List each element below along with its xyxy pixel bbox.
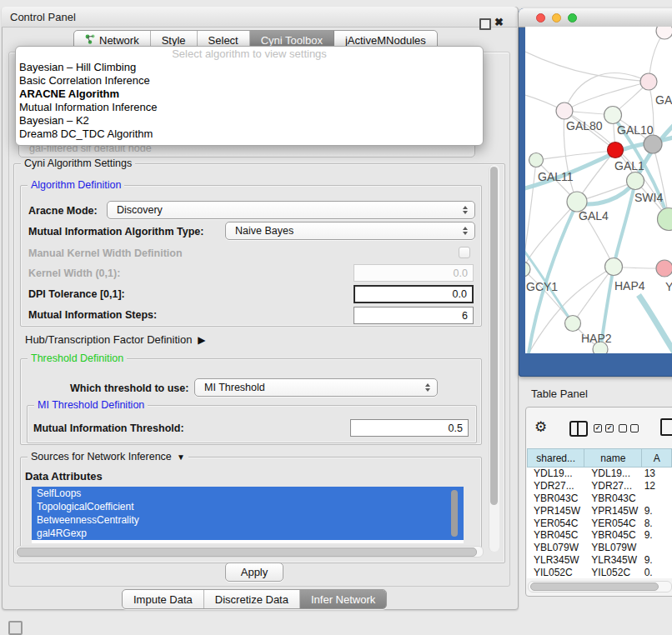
docked-panel-icon[interactable]	[8, 621, 23, 635]
attribute-list-item[interactable]: BetweennessCentrality	[32, 513, 464, 527]
algorithm-option[interactable]: Mutual Information Inference	[16, 101, 483, 114]
network-graph: GALGAL80GAL10GAL1GAL11SWI4GAL4HAP4YGCY1H…	[525, 27, 672, 353]
network-node[interactable]	[529, 153, 544, 168]
expanded-arrow-icon: ▼	[174, 452, 185, 462]
network-node[interactable]	[644, 135, 662, 153]
settings-vertical-scrollbar-thumb[interactable]	[490, 167, 498, 505]
combo-arrows-icon	[463, 206, 468, 214]
attribute-list-item[interactable]: gal4RGexp	[32, 527, 464, 540]
algorithm-option[interactable]: ARACNE Algorithm	[16, 88, 483, 101]
aracne-mode-combo[interactable]: Discovery	[107, 201, 475, 219]
table-row[interactable]: YLR345WYLR345W9.	[527, 554, 672, 567]
table-row[interactable]: YER054CYER054C8.	[527, 517, 672, 529]
sources-group-title[interactable]: Sources for Network Inference ▼	[28, 451, 188, 462]
which-threshold-value: MI Threshold	[204, 382, 265, 393]
kernel-width-field[interactable]: 0.0	[354, 264, 474, 282]
network-node[interactable]	[627, 172, 644, 190]
algorithm-option[interactable]: Basic Correlation Inference	[16, 74, 483, 88]
network-edge	[564, 82, 649, 111]
column-header[interactable]: shared...	[527, 448, 584, 468]
minimize-window-icon[interactable]	[552, 13, 561, 22]
network-node-label: HAP4	[614, 279, 645, 292]
table-row[interactable]: YIL052CYIL052C0.	[527, 566, 672, 578]
close-window-icon[interactable]	[536, 13, 545, 22]
tab-label: Network	[99, 34, 139, 47]
table-row[interactable]: YDL19...YDL19...13	[527, 468, 672, 480]
hub-section-toggle[interactable]: Hub/Transcription Factor Definition ▶	[25, 333, 206, 346]
table-horizontal-scrollbar-thumb[interactable]	[530, 582, 659, 591]
table-cell: 8.	[643, 518, 672, 529]
control-panel-titlebar: Control Panel ✖	[2, 7, 517, 28]
float-window-icon[interactable]	[479, 18, 491, 30]
table-cell: 0.	[643, 567, 672, 578]
attribute-list-item[interactable]: TopologicalCoefficient	[32, 500, 464, 513]
network-edge	[525, 52, 649, 82]
mi-threshold-field[interactable]: 0.5	[350, 419, 469, 437]
algorithm-option[interactable]: Bayesian – K2	[16, 114, 483, 128]
mi-steps-field[interactable]: 6	[354, 307, 474, 324]
tab-discretize-data[interactable]: Discretize Data	[204, 590, 300, 608]
network-node[interactable]	[658, 208, 672, 231]
network-node-label: GAL	[655, 93, 672, 107]
export-table-icon[interactable]	[660, 418, 672, 436]
mi-threshold-value: 0.5	[449, 422, 463, 434]
network-node[interactable]	[605, 258, 623, 276]
tab-infer-network[interactable]: Infer Network	[300, 590, 386, 608]
tab-impute-data[interactable]: Impute Data	[123, 590, 204, 608]
table-row[interactable]: YPR145WYPR145W9.	[527, 504, 672, 517]
tab-label: Infer Network	[311, 593, 375, 606]
data-attributes-list[interactable]: SelfLoopsTopologicalCoefficientBetweenne…	[32, 487, 464, 543]
dpi-tolerance-field[interactable]: 0.0	[354, 285, 474, 303]
column-header[interactable]: name	[584, 448, 642, 468]
tab-label: jActiveMNodules	[345, 34, 426, 47]
network-node[interactable]	[565, 316, 581, 332]
cyni-settings-group-title: Cyni Algorithm Settings	[21, 158, 135, 169]
network-node-label: Y	[665, 280, 672, 293]
settings-horizontal-scrollbar-thumb[interactable]	[17, 548, 477, 557]
table-panel-title: Table Panel	[531, 388, 588, 400]
algorithm-definition-title: Algorithm Definition	[28, 179, 124, 191]
panel-title: Control Panel	[10, 11, 76, 23]
network-node[interactable]	[656, 27, 672, 39]
mi-type-combo[interactable]: Naive Bayes	[225, 222, 475, 240]
network-node[interactable]	[525, 262, 530, 277]
table-cell: YDL19...	[584, 468, 642, 479]
deselect-all-checkbox-icon[interactable]	[630, 424, 639, 432]
attribute-list-item[interactable]: SelfLoops	[32, 487, 464, 500]
algorithm-option[interactable]: Bayesian – Hill Climbing	[16, 61, 483, 74]
network-edge	[525, 202, 577, 269]
table-row[interactable]: YBR045CYBR045C9.	[527, 529, 672, 542]
table-cell: YBR043C	[527, 492, 584, 504]
table-row[interactable]: YBL079WYBL079W	[527, 542, 672, 554]
table-cell: YDR27...	[584, 480, 642, 492]
columns-icon[interactable]	[569, 421, 588, 437]
network-node[interactable]	[656, 260, 672, 277]
mi-threshold-group-title: MI Threshold Definition	[34, 399, 148, 411]
network-node[interactable]	[640, 73, 657, 90]
select-all-checkbox-icon[interactable]: ✓	[594, 424, 602, 432]
deselect-all-checkbox-icon[interactable]	[619, 424, 627, 432]
algorithm-option[interactable]: Dream8 DC_TDC Algorithm	[16, 128, 483, 141]
network-node[interactable]	[604, 107, 622, 124]
network-node[interactable]	[556, 102, 573, 119]
zoom-window-icon[interactable]	[568, 13, 577, 22]
manual-kernel-checkbox[interactable]	[459, 247, 470, 258]
network-node-label: GCY1	[526, 280, 558, 293]
apply-button[interactable]: Apply	[225, 562, 283, 582]
select-all-checkbox-icon[interactable]: ✓	[605, 424, 614, 432]
network-node-label: GAL10	[617, 123, 654, 137]
table-cell: YIL052C	[527, 567, 584, 578]
table-row[interactable]: YBR043CYBR043C	[527, 492, 672, 505]
gear-icon[interactable]: ⚙	[534, 418, 547, 436]
column-header[interactable]: A	[642, 448, 672, 468]
attribute-list-scrollbar[interactable]	[451, 490, 458, 537]
close-panel-icon[interactable]: ✖	[494, 16, 504, 28]
which-threshold-combo[interactable]: MI Threshold	[194, 378, 438, 397]
network-node[interactable]	[608, 142, 624, 158]
tab-label: Cyni Toolbox	[261, 34, 323, 47]
table-row[interactable]: YDR27...YDR27...12	[527, 480, 672, 492]
table-cell: 9.	[643, 505, 672, 517]
which-threshold-label: Which threshold to use:	[70, 382, 188, 394]
network-canvas[interactable]: GALGAL80GAL10GAL1GAL11SWI4GAL4HAP4YGCY1H…	[525, 27, 672, 353]
table-cell: YIL052C	[584, 567, 642, 578]
